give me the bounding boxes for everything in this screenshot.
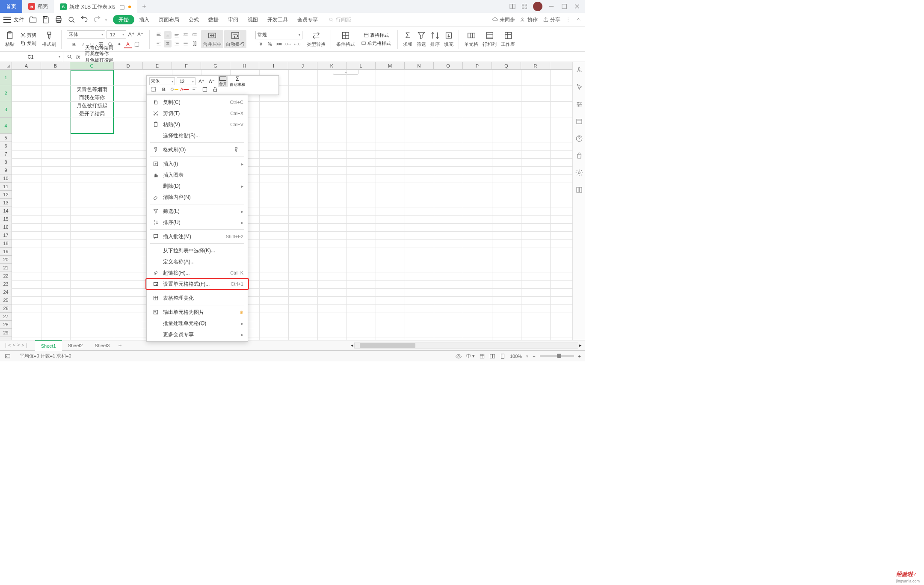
encoding-button[interactable]: 中 ▾: [466, 353, 475, 359]
layout-icon[interactable]: [509, 3, 516, 10]
row-3[interactable]: 3: [0, 101, 12, 118]
percent-button[interactable]: %: [266, 40, 274, 48]
sheet-nav-next[interactable]: >: [17, 342, 20, 349]
row-28[interactable]: 28: [0, 321, 12, 329]
apps-icon[interactable]: [521, 3, 528, 10]
sync-status[interactable]: 未同步: [492, 16, 515, 24]
cells-grid[interactable]: 天青色等烟雨而我在等你月色被打捞起晕开了结局 ⌄: [12, 70, 572, 340]
row-5[interactable]: 5: [0, 134, 12, 142]
col-Q[interactable]: Q: [492, 62, 521, 69]
italic-button[interactable]: I: [79, 41, 87, 48]
orientation-button[interactable]: [191, 40, 198, 47]
align-middle-button[interactable]: [164, 31, 172, 39]
cell-style-button[interactable]: 单元格样式: [359, 40, 392, 47]
mini-bold-button[interactable]: B: [160, 86, 168, 93]
sheet-tab-2[interactable]: Sheet2: [62, 340, 89, 351]
zoom-out-button[interactable]: −: [533, 354, 535, 359]
row-9[interactable]: 9: [0, 166, 12, 174]
expand-collapse-button[interactable]: ⌄: [333, 70, 358, 75]
col-B[interactable]: B: [41, 62, 70, 69]
cursor-icon[interactable]: [575, 83, 583, 91]
row-14[interactable]: 14: [0, 207, 12, 215]
zoom-fx-icon[interactable]: [67, 54, 73, 60]
context-menu-item[interactable]: 插入批注(M)Shift+F2: [147, 231, 248, 242]
row-4[interactable]: 4: [0, 118, 12, 134]
dropdown-arrow-icon[interactable]: ▾: [105, 17, 107, 23]
context-menu-item[interactable]: 粘贴(V)Ctrl+V: [147, 119, 248, 130]
col-H[interactable]: H: [230, 62, 259, 69]
align-right-button[interactable]: [173, 40, 181, 47]
bold-button[interactable]: B: [70, 41, 78, 48]
row-16[interactable]: 16: [0, 223, 12, 231]
menubar-search[interactable]: 行间距: [329, 16, 351, 24]
row-21[interactable]: 21: [0, 264, 12, 272]
view-layout-icon[interactable]: [489, 353, 495, 359]
ribbon-tab-dev[interactable]: 开发工具: [263, 13, 293, 27]
context-menu-item[interactable]: 表格整理美化: [147, 292, 248, 304]
context-menu-item[interactable]: 格式刷(O): [147, 144, 248, 155]
mini-decrease-font[interactable]: A⁻: [207, 77, 216, 85]
ribbon-tab-formula[interactable]: 公式: [184, 13, 204, 27]
ribbon-tab-view[interactable]: 视图: [243, 13, 263, 27]
help-icon[interactable]: [575, 135, 583, 142]
ribbon-tab-layout[interactable]: 页面布局: [154, 13, 184, 27]
col-J[interactable]: J: [288, 62, 317, 69]
ribbon-tab-insert[interactable]: 插入: [134, 13, 154, 27]
ribbon-tab-data[interactable]: 数据: [204, 13, 223, 27]
row-22[interactable]: 22: [0, 272, 12, 280]
context-menu-item[interactable]: 超链接(H)...Ctrl+K: [147, 267, 248, 278]
sheet-tab-1[interactable]: Sheet1: [35, 340, 62, 351]
mini-fill-button[interactable]: [170, 86, 178, 93]
col-O[interactable]: O: [434, 62, 463, 69]
col-G[interactable]: G: [201, 62, 230, 69]
collapse-ribbon-icon[interactable]: [576, 17, 582, 23]
col-D[interactable]: D: [114, 62, 143, 69]
eye-icon[interactable]: [455, 353, 462, 360]
col-E[interactable]: E: [143, 62, 172, 69]
decrease-decimal-button[interactable]: ←.0: [293, 40, 301, 48]
align-left-button[interactable]: [155, 40, 163, 47]
font-color-button[interactable]: A: [124, 41, 132, 48]
user-avatar[interactable]: [533, 2, 542, 11]
decrease-font-button[interactable]: A⁻: [136, 31, 144, 38]
mini-lock-button[interactable]: [211, 86, 219, 93]
align-top-button[interactable]: [155, 31, 163, 39]
sheet-nav-first[interactable]: ｜<: [3, 342, 11, 349]
number-format-select[interactable]: 常规▾: [255, 31, 302, 39]
mini-size-select[interactable]: 12▾: [177, 77, 195, 85]
undo-icon[interactable]: [80, 15, 89, 24]
maximize-button[interactable]: [560, 3, 568, 10]
row-10[interactable]: 10: [0, 174, 12, 183]
copy-button[interactable]: 复制: [19, 40, 38, 47]
row-13[interactable]: 13: [0, 199, 12, 207]
col-P[interactable]: P: [463, 62, 492, 69]
print-icon[interactable]: [54, 15, 63, 24]
row-1[interactable]: 1: [0, 70, 12, 85]
close-button[interactable]: [573, 3, 581, 10]
cut-button[interactable]: 剪切: [19, 32, 38, 39]
tab-docker[interactable]: ʊ稻壳: [22, 0, 54, 13]
fill-color-button[interactable]: [106, 41, 114, 48]
bag-icon[interactable]: [575, 152, 583, 160]
name-box[interactable]: ▾: [0, 52, 63, 62]
row-8[interactable]: 8: [0, 158, 12, 166]
font-select[interactable]: 宋体▾: [67, 30, 105, 39]
row-18[interactable]: 18: [0, 239, 12, 248]
save-icon[interactable]: [41, 15, 50, 24]
list-icon[interactable]: [575, 118, 583, 125]
paste-button[interactable]: 粘贴: [3, 30, 16, 48]
settings-icon[interactable]: [575, 100, 583, 108]
border-button[interactable]: [97, 41, 105, 48]
highlight-button[interactable]: [133, 41, 141, 48]
context-menu-item[interactable]: 选择性粘贴(S)...: [147, 130, 248, 141]
fx-icon[interactable]: fx: [76, 54, 80, 60]
mini-align-button[interactable]: [190, 86, 199, 93]
zoom-level[interactable]: 100%: [510, 354, 522, 359]
name-box-input[interactable]: [3, 54, 59, 59]
context-menu-item[interactable]: 插入图表: [147, 169, 248, 180]
share-button[interactable]: 分享: [543, 16, 560, 24]
scroll-thumb[interactable]: [360, 343, 415, 348]
row-25[interactable]: 25: [0, 296, 12, 304]
tab-add-button[interactable]: +: [137, 3, 151, 10]
mini-select-button[interactable]: [149, 86, 158, 93]
